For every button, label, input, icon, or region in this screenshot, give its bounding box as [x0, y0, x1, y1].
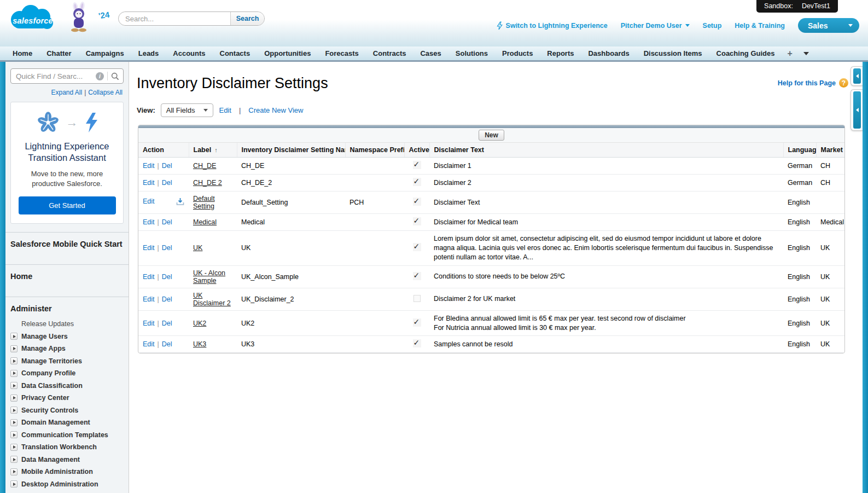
setting-label-link[interactable]: UK Disclaimer 2	[193, 292, 231, 307]
expand-arrow-icon[interactable]	[10, 382, 18, 389]
right-sidebar-collapse-handle[interactable]	[850, 89, 863, 131]
sidebar-item-manage-users[interactable]: Manage Users	[10, 333, 124, 340]
del-link[interactable]: Del	[162, 244, 172, 252]
edit-link[interactable]: Edit	[143, 340, 155, 348]
expand-arrow-icon[interactable]	[10, 357, 18, 364]
setup-link[interactable]: Setup	[703, 22, 722, 30]
expand-arrow-icon[interactable]	[10, 345, 18, 352]
tab-chatter[interactable]: Chatter	[39, 48, 79, 59]
help-for-page-link[interactable]: Help for this Page	[778, 79, 836, 87]
tab-discussion-items[interactable]: Discussion Items	[637, 48, 709, 59]
setting-label-link[interactable]: UK2	[193, 320, 206, 327]
sidebar-item-data-classification[interactable]: Data Classification	[10, 382, 124, 390]
left-collapse-rail[interactable]	[0, 62, 5, 493]
right-sidebar-collapse-handle[interactable]	[850, 66, 863, 86]
salesforce-logo[interactable]: salesforce	[8, 3, 58, 34]
tab-reports[interactable]: Reports	[540, 48, 581, 59]
expand-arrow-icon[interactable]	[10, 456, 18, 463]
col-header-active[interactable]: Active	[404, 143, 429, 158]
expand-arrow-icon[interactable]	[10, 480, 18, 488]
expand-arrow-icon[interactable]	[10, 395, 18, 402]
search-input[interactable]	[119, 12, 230, 25]
sidebar-item-data-management[interactable]: Data Management	[10, 456, 124, 463]
switch-to-lightning-link[interactable]: Switch to Lightning Experience	[497, 21, 608, 30]
col-header-inventory-disclaimer-setting-name[interactable]: Inventory Disclaimer Setting Name	[237, 143, 345, 158]
help-training-link[interactable]: Help & Training	[735, 22, 785, 30]
sidebar-heading-mobile-quick-start[interactable]: Salesforce Mobile Quick Start	[10, 240, 124, 248]
tab-coaching-guides[interactable]: Coaching Guides	[709, 48, 782, 59]
sidebar-item-manage-territories[interactable]: Manage Territories	[10, 357, 124, 365]
edit-link[interactable]: Edit	[143, 295, 155, 303]
expand-arrow-icon[interactable]	[10, 431, 18, 438]
view-select[interactable]: All Fields	[161, 103, 214, 117]
user-menu[interactable]: Pitcher Demo User	[621, 22, 690, 30]
sidebar-item-translation-workbench[interactable]: Translation Workbench	[10, 443, 124, 451]
sidebar-item-domain-management[interactable]: Domain Management	[10, 419, 124, 426]
app-menu-button[interactable]: Sales	[798, 18, 859, 33]
sidebar-item-mobile-administration[interactable]: Mobile Administration	[10, 468, 124, 475]
edit-link[interactable]: Edit	[143, 179, 155, 187]
col-header-disclaimer-text[interactable]: Disclaimer Text	[429, 143, 783, 158]
collapse-all-link[interactable]: Collapse All	[88, 89, 123, 96]
setting-label-link[interactable]: Medical	[193, 218, 217, 226]
edit-link[interactable]: Edit	[143, 273, 155, 281]
get-started-button[interactable]: Get Started	[19, 196, 116, 214]
tab-products[interactable]: Products	[495, 48, 540, 59]
expand-arrow-icon[interactable]	[10, 468, 18, 475]
setting-label-link[interactable]: CH_DE 2	[193, 179, 222, 187]
expand-arrow-icon[interactable]	[10, 444, 18, 451]
del-link[interactable]: Del	[162, 340, 172, 348]
tab-campaigns[interactable]: Campaigns	[79, 48, 131, 59]
setting-label-link[interactable]: CH_DE	[193, 162, 216, 170]
sidebar-item-security-controls[interactable]: Security Controls	[10, 407, 124, 414]
sidebar-heading-home[interactable]: Home	[10, 272, 124, 281]
setting-label-link[interactable]: Default Setting	[193, 195, 215, 210]
setting-label-link[interactable]: UK - Alcon Sample	[193, 269, 225, 285]
tab-contacts[interactable]: Contacts	[213, 48, 258, 59]
col-header-market[interactable]: Market	[816, 143, 844, 158]
sidebar-item-company-profile[interactable]: Company Profile	[10, 369, 124, 377]
col-header-action[interactable]: Action	[138, 143, 189, 158]
tab-solutions[interactable]: Solutions	[448, 48, 495, 59]
tab-contracts[interactable]: Contracts	[366, 48, 413, 59]
search-icon[interactable]	[111, 72, 119, 80]
del-link[interactable]: Del	[162, 162, 172, 170]
sidebar-item-privacy-center[interactable]: Privacy Center	[10, 394, 124, 402]
quick-find-input[interactable]	[15, 72, 96, 81]
search-button[interactable]: Search	[230, 12, 264, 25]
del-link[interactable]: Del	[162, 320, 172, 327]
del-link[interactable]: Del	[162, 218, 172, 226]
view-edit-link[interactable]: Edit	[219, 106, 231, 114]
help-question-icon[interactable]	[839, 78, 848, 88]
tab-cases[interactable]: Cases	[413, 48, 448, 59]
expand-arrow-icon[interactable]	[10, 370, 18, 377]
setting-label-link[interactable]: UK3	[193, 340, 206, 348]
sidebar-item-manage-apps[interactable]: Manage Apps	[10, 345, 124, 352]
setting-label-link[interactable]: UK	[193, 244, 202, 252]
edit-link[interactable]: Edit	[143, 320, 155, 327]
del-link[interactable]: Del	[162, 179, 172, 187]
tab-opportunities[interactable]: Opportunities	[257, 48, 318, 59]
create-new-view-link[interactable]: Create New View	[248, 106, 303, 114]
tab-forecasts[interactable]: Forecasts	[318, 48, 365, 59]
right-collapse-rail[interactable]	[863, 62, 868, 493]
expand-arrow-icon[interactable]	[10, 407, 18, 414]
tab-overflow-caret-icon[interactable]	[803, 52, 809, 55]
edit-link[interactable]: Edit	[143, 198, 155, 205]
expand-arrow-icon[interactable]	[10, 333, 18, 340]
tab-dashboards[interactable]: Dashboards	[581, 48, 636, 59]
del-link[interactable]: Del	[162, 295, 172, 303]
col-header-label[interactable]: Label	[189, 143, 237, 158]
tab-home[interactable]: Home	[5, 48, 39, 59]
sidebar-item-desktop-administration[interactable]: Desktop Administration	[10, 480, 124, 488]
sidebar-item-release-updates[interactable]: Release Updates	[10, 320, 124, 328]
expand-all-link[interactable]: Expand All	[51, 89, 82, 96]
edit-link[interactable]: Edit	[143, 244, 155, 252]
del-link[interactable]: Del	[162, 273, 172, 281]
sidebar-item-communication-templates[interactable]: Communication Templates	[10, 431, 124, 439]
edit-link[interactable]: Edit	[143, 162, 155, 170]
new-button[interactable]: New	[479, 130, 504, 141]
add-tab-icon[interactable]	[787, 49, 792, 58]
edit-link[interactable]: Edit	[143, 218, 155, 226]
col-header-namespace-prefix[interactable]: Namespace Prefix	[345, 143, 404, 158]
